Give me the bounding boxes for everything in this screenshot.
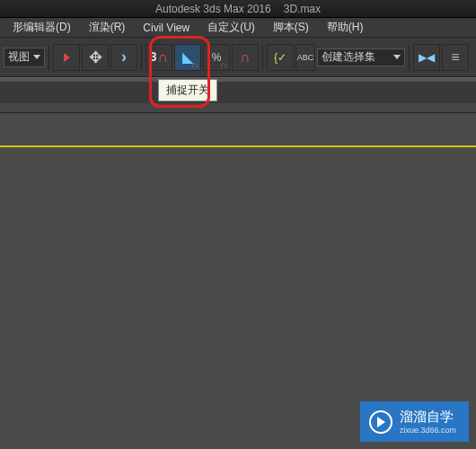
magnet-icon: ∩ <box>191 59 198 70</box>
watermark: 溜溜自学 zixue.3d66.com <box>360 401 469 442</box>
selection-filter-button[interactable]: {✓ <box>267 44 294 71</box>
percent-snap-button[interactable]: % ∩ <box>203 44 230 71</box>
separator <box>262 45 263 70</box>
align-button[interactable]: ≡ <box>442 44 469 71</box>
file-name: 3D.max <box>284 3 321 15</box>
angle-snap-button[interactable]: ◣ ∩ <box>174 44 201 71</box>
app-name: Autodesk 3ds Max 2016 <box>155 3 271 15</box>
chevron-down-icon <box>33 55 40 59</box>
watermark-url: zixue.3d66.com <box>400 426 456 435</box>
magnet-icon: ∩ <box>240 49 251 66</box>
menu-bar: 形编辑器(D) 渲染(R) Civil View 自定义(U) 脚本(S) 帮助… <box>0 18 476 38</box>
main-toolbar: 视图 ✥ › 3 ∩ ◣ ∩ % ∩ ∩ {✓ ABC 创建选择集 ▶◀ <box>0 38 476 77</box>
flag-icon <box>64 53 70 62</box>
abc-label: ABC <box>297 53 314 62</box>
tooltip-text: 捕捉开关 <box>166 84 209 96</box>
title-bar: Autodesk 3ds Max 2016 3D.max <box>0 0 476 18</box>
spinner-snap-button[interactable]: ∩ <box>232 44 259 71</box>
viewport[interactable] <box>0 147 476 435</box>
menu-help[interactable]: 帮助(H) <box>318 18 373 37</box>
magnet-icon: ∩ <box>158 49 169 66</box>
mirror-icon: ▶◀ <box>419 51 435 64</box>
snap-number-label: 3 <box>150 49 157 64</box>
menu-editor[interactable]: 形编辑器(D) <box>4 18 80 37</box>
menu-script[interactable]: 脚本(S) <box>264 18 318 37</box>
align-icon: ≡ <box>451 49 459 66</box>
ribbon-strip <box>0 82 476 103</box>
move-tool-button[interactable]: ✥ <box>82 44 109 71</box>
selection-set-label: 创建选择集 <box>322 49 375 65</box>
separator <box>409 45 410 70</box>
snap-tooltip: 捕捉开关 <box>158 79 217 101</box>
play-triangle-icon <box>377 417 385 427</box>
view-dropdown[interactable]: 视图 <box>4 48 45 67</box>
magnet-icon: ∩ <box>220 59 227 70</box>
menu-civil-view[interactable]: Civil View <box>134 20 198 36</box>
separator <box>141 45 142 70</box>
chevron-down-icon <box>393 55 401 59</box>
move-icon: ✥ <box>89 48 102 67</box>
ribbon-panel <box>0 77 476 113</box>
keyframe-toggle-button[interactable] <box>53 44 80 71</box>
named-selection-button[interactable]: ABC <box>295 44 315 71</box>
set-key-button[interactable]: › <box>110 44 137 71</box>
key-arrow-icon: › <box>121 48 127 66</box>
filter-icon: {✓ <box>274 51 286 64</box>
play-icon <box>369 410 392 434</box>
separator <box>48 45 49 70</box>
menu-customize[interactable]: 自定义(U) <box>198 18 264 37</box>
menu-render[interactable]: 渲染(R) <box>80 18 135 37</box>
watermark-brand: 溜溜自学 <box>400 409 456 426</box>
view-dropdown-label: 视图 <box>8 49 30 65</box>
snap-toggle-button[interactable]: 3 ∩ <box>145 44 172 71</box>
mirror-button[interactable]: ▶◀ <box>413 44 440 71</box>
selection-set-dropdown[interactable]: 创建选择集 <box>317 48 405 66</box>
